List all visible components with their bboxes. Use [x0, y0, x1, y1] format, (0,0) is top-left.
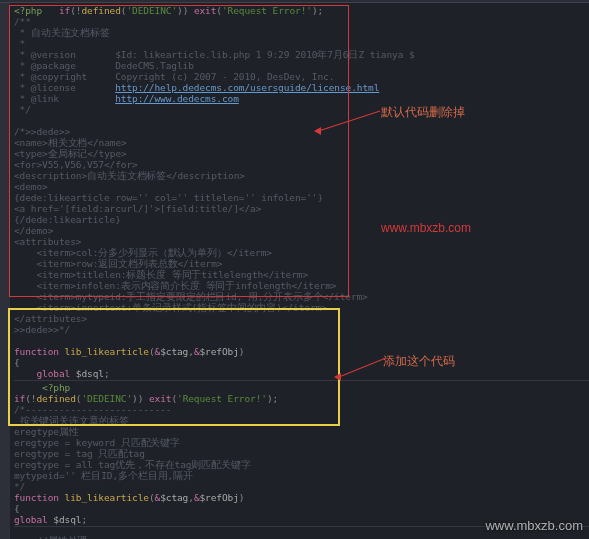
code-line: * @copyright Copyright (c) 2007 - 2010, … [14, 71, 589, 82]
code-line: >>dede>>*/ [14, 324, 589, 335]
code-editor[interactable]: <?php if(!defined('DEDEINC')) exit('Requ… [0, 3, 589, 539]
site-link[interactable]: http://www.dedecms.com [115, 93, 239, 104]
code-line: {/dede:likearticle} [14, 214, 589, 225]
code-line: * [14, 38, 589, 49]
code-line: * 自动关连文档标签 [14, 27, 589, 38]
code-line: <iterm>innertext:单条记录样式(指标签中间的内容)</iterm… [14, 302, 589, 313]
code-line: eregtype = keyword 只匹配关键字 [14, 437, 589, 448]
code-line: eregtype属性 [14, 426, 589, 437]
code-line: <iterm>titlelen:标题长度 等同于titlelength</ite… [14, 269, 589, 280]
code-line: </attributes> [14, 313, 589, 324]
code-line: /*>>dede>> [14, 126, 589, 137]
code-line: eregtype = tag 只匹配tag [14, 448, 589, 459]
code-line [14, 115, 589, 126]
watermark: www.mbxzb.com [485, 518, 583, 533]
code-line: <iterm>infolen:表示内容简介长度 等同于infolength</i… [14, 280, 589, 291]
code-line: * @version $Id: likearticle.lib.php 1 9:… [14, 49, 589, 60]
code-line: {dede:likearticle row='' col='' titlelen… [14, 192, 589, 203]
code-line: 按关键词关连文章的标签 [14, 415, 589, 426]
code-line: <attributes> [14, 236, 589, 247]
code-line: </demo> [14, 225, 589, 236]
code-line: <iterm>mytypeid:手工指定要限定的栏目id, 用,分开表示多个</… [14, 291, 589, 302]
code-line: eregtype = all tag优先，不存在tag则匹配关键字 [14, 459, 589, 470]
code-line [14, 335, 589, 346]
code-line: */ [14, 481, 589, 492]
code-line: */ [14, 104, 589, 115]
code-line: //属性处理 [14, 535, 589, 539]
code-line: mytypeid='' 栏目ID,多个栏目用,隔开 [14, 470, 589, 481]
code-line: <for>V55,V56,V57</for> [14, 159, 589, 170]
code-line: <demo> [14, 181, 589, 192]
code-line: /** [14, 16, 589, 27]
code-line: /*-------------------------- [14, 404, 589, 415]
code-line: <name>相关文档</name> [14, 137, 589, 148]
code-line: <iterm>col:分多少列显示（默认为单列）</iterm> [14, 247, 589, 258]
code-line: * @package DedeCMS.Taglib [14, 60, 589, 71]
license-link[interactable]: http://help.dedecms.com/usersguide/licen… [115, 82, 379, 93]
code-line: <type>全局标记</type> [14, 148, 589, 159]
code-line: <a href='[field:arcurl/]'>[field:title/]… [14, 203, 589, 214]
code-line: <description>自动关连文档标签</description> [14, 170, 589, 181]
php-tag: <?php [14, 5, 59, 16]
code-line: <iterm>row:返回文档列表总数</iterm> [14, 258, 589, 269]
